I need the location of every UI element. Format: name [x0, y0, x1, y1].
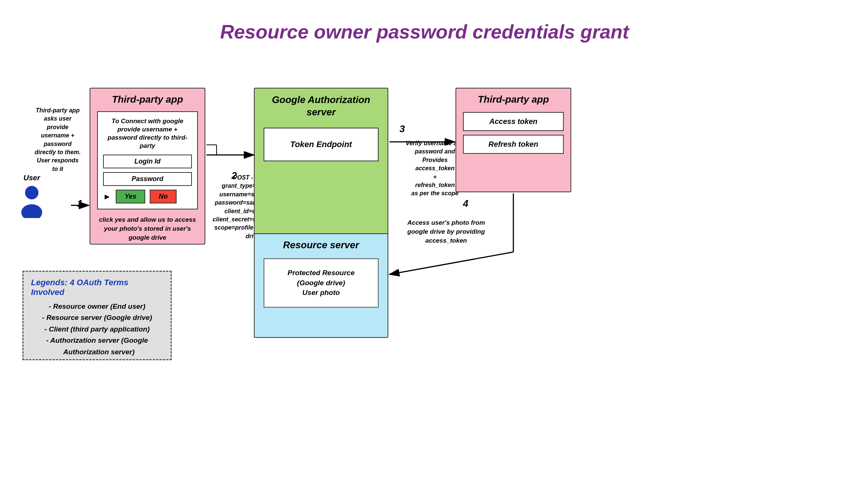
- third-party-app-left: Third-party app To Connect with google p…: [90, 88, 205, 245]
- diagram-area: User Third-party appasks userprovideuser…: [0, 50, 849, 498]
- password-field[interactable]: Password: [103, 172, 192, 186]
- protected-resource-label: Protected Resource(Google drive)User pho…: [270, 268, 373, 298]
- third-party-left-title: Third-party app: [90, 88, 205, 108]
- protected-resource-box: Protected Resource(Google drive)User pho…: [264, 258, 379, 308]
- yes-button[interactable]: Yes: [116, 190, 145, 203]
- token-endpoint-box: Token Endpoint: [264, 128, 379, 161]
- legends-title: Legends: 4 OAuth Terms Involved: [31, 278, 163, 297]
- form-description: To Connect with google provide username …: [103, 117, 192, 150]
- step1-label: 1: [77, 198, 83, 209]
- svg-point-0: [25, 186, 38, 199]
- access-token-box: Access token: [463, 112, 564, 131]
- page-title: Resource owner password credentials gran…: [0, 0, 849, 43]
- third-party-right-title: Third-party app: [456, 88, 570, 108]
- user-icon: [19, 184, 45, 218]
- step4-label: 4: [463, 198, 468, 209]
- no-button[interactable]: No: [150, 190, 177, 203]
- svg-point-1: [21, 204, 42, 218]
- google-auth-title: Google Authorizationserver: [255, 88, 388, 121]
- user-area: User: [19, 174, 45, 220]
- user-label: User: [19, 174, 45, 182]
- refresh-token-box: Refresh token: [463, 135, 564, 154]
- btn-row: ► Yes No: [103, 190, 192, 203]
- legends-items: - Resource owner (End user) - Resource s…: [31, 301, 163, 358]
- arrow-right-icon: ►: [103, 192, 111, 202]
- resource-server-box: Resource server Protected Resource(Googl…: [254, 233, 388, 338]
- svg-line-7: [389, 252, 513, 274]
- legends-box: Legends: 4 OAuth Terms Involved - Resour…: [22, 271, 172, 360]
- click-description: click yes and allow us to access your ph…: [90, 215, 205, 242]
- user-description-text: Third-party appasks userprovideusername …: [23, 106, 92, 173]
- google-auth-box: Google Authorizationserver Token Endpoin…: [254, 88, 388, 256]
- third-party-app-right: Third-party app Access token Refresh tok…: [455, 88, 571, 192]
- access-photo-text: Access user's photo fromgoogle drive by …: [396, 218, 497, 245]
- login-id-field[interactable]: Login Id: [103, 155, 192, 168]
- token-endpoint-label: Token Endpoint: [272, 140, 370, 149]
- resource-server-title: Resource server: [255, 234, 388, 254]
- inner-form-box: To Connect with google provide username …: [97, 111, 198, 209]
- step3-label: 3: [399, 123, 405, 135]
